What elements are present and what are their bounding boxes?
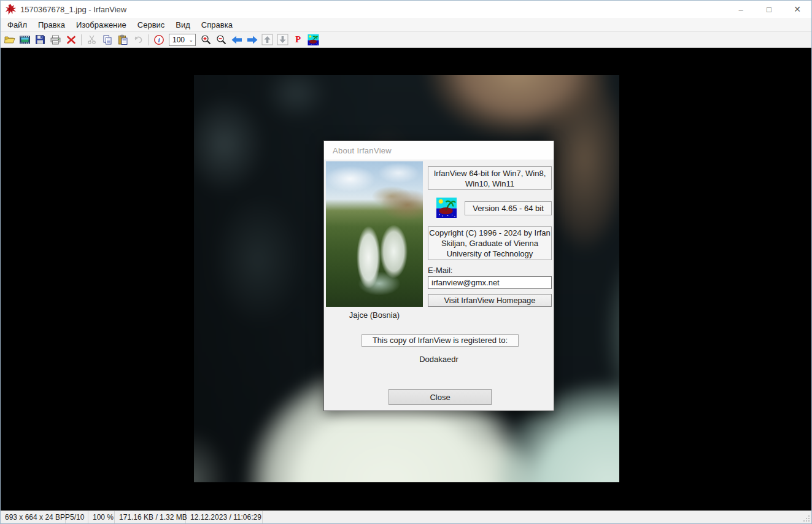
menu-file[interactable]: Файл bbox=[2, 19, 33, 31]
arrow-right-icon bbox=[246, 35, 258, 45]
email-field[interactable] bbox=[428, 276, 552, 289]
menu-image[interactable]: Изображение bbox=[71, 19, 132, 31]
print-p-button[interactable]: P bbox=[290, 33, 306, 47]
toolbar-separator bbox=[148, 34, 149, 45]
version-box: Version 4.65 - 64 bit bbox=[465, 201, 552, 215]
irfanview-window: 1570367678_1.jpg - IrfanView – □ ✕ Файл … bbox=[0, 0, 812, 524]
next-file-button[interactable] bbox=[244, 33, 260, 47]
zoom-value: 100 bbox=[169, 36, 188, 44]
minimize-button[interactable]: – bbox=[727, 1, 755, 18]
irfanview-app-icon bbox=[6, 4, 16, 15]
menu-edit[interactable]: Правка bbox=[33, 19, 71, 31]
menu-bar: Файл Правка Изображение Сервис Вид Справ… bbox=[1, 18, 811, 31]
title-bar: 1570367678_1.jpg - IrfanView – □ ✕ bbox=[1, 1, 811, 18]
print-button[interactable] bbox=[48, 33, 63, 47]
copy-icon bbox=[102, 34, 113, 45]
first-file-button[interactable] bbox=[260, 33, 275, 47]
cut-button[interactable] bbox=[84, 33, 99, 47]
dialog-title[interactable]: About IrfanView bbox=[324, 141, 554, 160]
paste-button[interactable] bbox=[115, 33, 130, 47]
menu-options[interactable]: Сервис bbox=[132, 19, 171, 31]
zoom-combobox[interactable]: 100 ⌄ bbox=[169, 34, 196, 46]
open-button[interactable] bbox=[2, 33, 17, 47]
jajce-photo bbox=[326, 161, 423, 307]
copy-button[interactable] bbox=[99, 33, 115, 47]
copyright-box: Copyright (C) 1996 - 2024 by Irfan Skilj… bbox=[428, 226, 552, 260]
email-label: E-Mail: bbox=[428, 266, 452, 275]
delete-button[interactable] bbox=[63, 33, 79, 47]
zoom-in-icon bbox=[201, 34, 212, 45]
photo-caption: Jajce (Bosnia) bbox=[326, 310, 423, 320]
image-canvas[interactable]: About IrfanView Jajce (Bosnia) IrfanView… bbox=[1, 48, 811, 511]
menu-help[interactable]: Справка bbox=[196, 19, 238, 31]
arrow-left-icon bbox=[231, 35, 243, 45]
status-file-datetime: 12.12.2023 / 11:06:29 bbox=[186, 511, 263, 523]
window-title: 1570367678_1.jpg - IrfanView bbox=[20, 5, 126, 14]
status-image-dimensions: 693 x 664 x 24 BPP bbox=[1, 511, 66, 523]
maximize-button[interactable]: □ bbox=[755, 1, 783, 18]
previous-file-button[interactable] bbox=[229, 33, 244, 47]
zoom-in-button[interactable] bbox=[198, 33, 214, 47]
toolbar-separator bbox=[81, 34, 82, 45]
last-file-button[interactable] bbox=[275, 33, 290, 47]
info-icon: i bbox=[153, 34, 164, 45]
close-button[interactable]: Close bbox=[389, 389, 492, 405]
slideshow-button[interactable] bbox=[17, 33, 33, 47]
delete-x-icon bbox=[66, 34, 77, 45]
irfanview-logo-icon bbox=[436, 198, 457, 218]
status-file-size: 171.16 KB / 1.32 MB bbox=[115, 511, 186, 523]
save-button[interactable] bbox=[33, 33, 48, 47]
resize-grip[interactable] bbox=[803, 515, 811, 523]
zoom-out-icon bbox=[216, 34, 227, 45]
save-icon bbox=[35, 34, 45, 45]
status-bar: 693 x 664 x 24 BPP 5/10 100 % 171.16 KB … bbox=[1, 511, 811, 523]
status-zoom-percent: 100 % bbox=[88, 511, 115, 523]
zoom-out-button[interactable] bbox=[214, 33, 229, 47]
undo-icon bbox=[133, 34, 144, 45]
print-icon bbox=[50, 34, 61, 45]
palm-island-icon bbox=[307, 34, 319, 45]
toolbar: i 100 ⌄ bbox=[1, 31, 811, 48]
about-dialog: About IrfanView Jajce (Bosnia) IrfanView… bbox=[323, 141, 554, 411]
chevron-down-icon: ⌄ bbox=[188, 37, 195, 43]
close-window-button[interactable]: ✕ bbox=[783, 1, 811, 18]
status-file-index: 5/10 bbox=[66, 511, 88, 523]
visit-homepage-button[interactable]: Visit IrfanView Homepage bbox=[428, 294, 552, 307]
cut-scissors-icon bbox=[87, 34, 97, 45]
slideshow-icon bbox=[19, 34, 31, 45]
open-folder-icon bbox=[4, 34, 15, 45]
undo-button[interactable] bbox=[130, 33, 145, 47]
p-letter-icon: P bbox=[295, 34, 301, 45]
menu-view[interactable]: Вид bbox=[170, 19, 196, 31]
arrow-down-boxed-icon bbox=[277, 34, 288, 45]
registered-user-name: Dodakaedr bbox=[324, 355, 554, 364]
version-info-box: IrfanView 64-bit for Win7, Win8, Win10, … bbox=[428, 166, 552, 190]
about-irfanview-button[interactable] bbox=[306, 33, 321, 47]
arrow-up-boxed-icon bbox=[261, 34, 273, 45]
paste-icon bbox=[117, 34, 128, 45]
info-button[interactable]: i bbox=[151, 33, 166, 47]
registered-to-box: This copy of IrfanView is registered to: bbox=[362, 334, 519, 347]
